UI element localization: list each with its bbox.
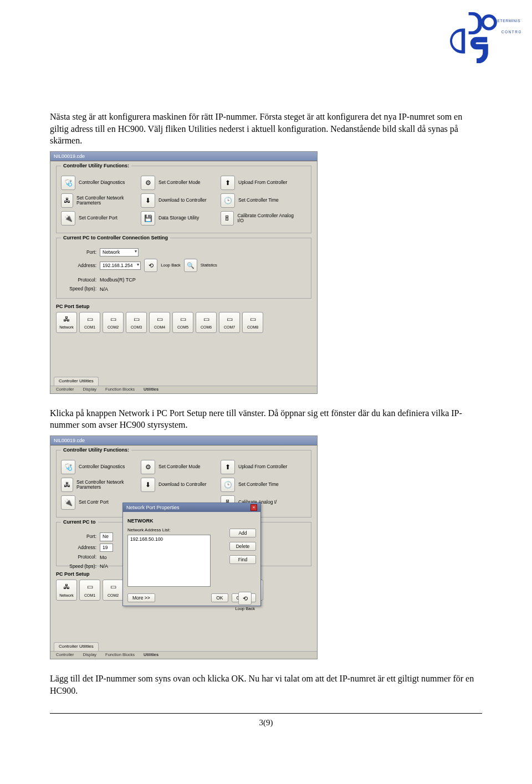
set-controller-port-icon-trunc[interactable]: 🔌 [61, 495, 75, 510]
group-legend: Current PC to [61, 519, 98, 525]
pc-port-setup-buttons: 🖧Network ▭COM1 ▭COM2 ▭COM3 ▭COM4 ▭COM5 ▭… [56, 312, 311, 333]
port-network-button[interactable]: 🖧Network [56, 580, 77, 601]
find-button[interactable]: Find [229, 555, 256, 564]
screenshot-network-dialog: NIL00019.cde Controller Utility Function… [50, 435, 318, 659]
set-controller-time-icon[interactable]: 🕒 [221, 193, 235, 208]
speed-value: N/A [100, 286, 108, 293]
port-com4-button[interactable]: ▭COM4 [149, 312, 170, 333]
bottom-tab-controller[interactable]: Controller [54, 387, 76, 392]
set-controller-mode-label: Set Controller Mode [158, 180, 201, 185]
protocol-label: Protocol: [61, 277, 96, 283]
network-port-properties-dialog: Network Port Properties × NETWORK Networ… [122, 503, 261, 606]
port-com8-button[interactable]: ▭COM8 [242, 312, 263, 333]
group-legend: Controller Utility Functions: [61, 447, 131, 453]
port-com1-button[interactable]: ▭COM1 [79, 312, 100, 333]
page-number: 3(9) [50, 717, 482, 728]
network-address-list[interactable]: 192.168.50.100 [127, 535, 211, 587]
bottom-tab-function-blocks[interactable]: Function Blocks [103, 652, 137, 658]
addr-trunc[interactable]: 19 [100, 544, 113, 552]
loopback-label: Loop Back [161, 263, 180, 268]
upload-from-controller-icon[interactable]: ⬆ [221, 460, 235, 474]
connection-setting-group: Current PC to Controller Connection Sett… [56, 238, 311, 299]
speed-label: Speed (bps): [61, 286, 96, 292]
data-storage-utility-label: Data Storage Utility [158, 216, 199, 221]
controller-diagnostics-icon[interactable]: 🩺 [61, 460, 75, 474]
dialog-network-label: NETWORK [127, 517, 256, 524]
address-label: Address: [61, 263, 96, 269]
group-legend: Controller Utility Functions: [61, 162, 131, 169]
port-com6-button[interactable]: ▭COM6 [196, 312, 217, 333]
port-network-button[interactable]: 🖧Network [56, 312, 77, 333]
set-controller-mode-icon[interactable]: ⚙ [141, 176, 155, 190]
footer-rule [50, 713, 482, 714]
set-controller-mode-icon[interactable]: ⚙ [141, 460, 155, 474]
screenshot-utilities: NIL00019.cde Controller Utility Function… [50, 151, 318, 394]
paragraph-3: Lägg till det IP-nummer som syns ovan oc… [50, 673, 482, 696]
port-com2-button[interactable]: ▭COM2 [103, 580, 124, 601]
protocol-value: Modbus(R) TCP [100, 276, 136, 283]
add-button[interactable]: Add [229, 529, 256, 537]
more-button[interactable]: More >> [127, 593, 155, 602]
port-com7-button[interactable]: ▭COM7 [219, 312, 240, 333]
download-to-controller-icon[interactable]: ⬇ [141, 478, 155, 492]
group-legend: Current PC to Controller Connection Sett… [61, 234, 170, 241]
loopback-icon[interactable]: ⟲ [144, 259, 157, 272]
calibrate-controller-label: Calibrate Controller Analog I/O [237, 213, 297, 224]
controller-diagnostics-icon[interactable]: 🩺 [61, 176, 75, 190]
dialog-loopback-label: Loop Back [236, 606, 255, 612]
paragraph-1: Nästa steg är att konfigurera maskinen f… [50, 111, 482, 147]
bottom-tab-display[interactable]: Display [81, 652, 99, 658]
window-title-2: NIL00019.cde [50, 436, 317, 445]
close-icon[interactable]: × [250, 504, 257, 511]
port-com2-button[interactable]: ▭COM2 [103, 312, 124, 333]
bottom-tab-utilities[interactable]: Utilities [141, 387, 161, 392]
ok-button[interactable]: OK [211, 593, 228, 602]
tab-controller-utilities[interactable]: Controller Utilities [54, 377, 99, 386]
utility-functions-group: Controller Utility Functions: 🩺Controlle… [56, 166, 311, 233]
paragraph-2: Klicka på knappen Network i PC Port Setu… [50, 407, 482, 431]
set-controller-time-label: Set Controller Time [238, 198, 279, 203]
delete-button[interactable]: Delete [229, 542, 256, 551]
port-label: Port: [61, 249, 96, 255]
download-to-controller-icon[interactable]: ⬇ [141, 193, 155, 208]
port-select[interactable]: Network [100, 248, 139, 257]
upload-from-controller-label: Upload From Controller [238, 180, 287, 185]
upload-from-controller-icon[interactable]: ⬆ [221, 176, 235, 190]
address-select[interactable]: 192.168.1.254 [100, 262, 141, 270]
port-trunc[interactable]: Ne [100, 532, 113, 541]
set-controller-time-icon[interactable]: 🕒 [221, 478, 235, 492]
dialog-title: Network Port Properties [126, 504, 180, 511]
dialog-loopback-icon[interactable]: ⟲ [238, 592, 252, 605]
data-storage-utility-icon[interactable]: 💾 [141, 211, 155, 226]
bottom-tab-function-blocks[interactable]: Function Blocks [103, 387, 137, 392]
brand-logo: DETERMINISTIC CONTROL [432, 10, 521, 66]
brand-tag2: CONTROL [502, 30, 521, 34]
bottom-tab-strip: Controller Display Function Blocks Utili… [50, 386, 317, 393]
port-com1-button[interactable]: ▭COM1 [79, 580, 100, 601]
list-item[interactable]: 192.168.50.100 [129, 536, 209, 542]
tab-controller-utilities[interactable]: Controller Utilities [54, 642, 99, 651]
bottom-tab-strip-2: Controller Display Function Blocks Utili… [50, 651, 317, 659]
pc-port-setup-title: PC Port Setup [56, 303, 317, 310]
statistics-label: Statistics [201, 263, 217, 268]
set-controller-port-label: Set Controller Port [79, 216, 117, 221]
download-to-controller-label: Download to Controller [158, 198, 206, 203]
set-controller-network-icon[interactable]: 🖧 [61, 478, 73, 492]
bottom-tab-utilities[interactable]: Utilities [141, 652, 161, 658]
controller-diagnostics-label: Controller Diagnostics [79, 180, 125, 185]
set-controller-network-icon[interactable]: 🖧 [61, 193, 73, 208]
set-controller-port-icon[interactable]: 🔌 [61, 211, 75, 226]
calibrate-controller-icon[interactable]: 🎚 [221, 211, 234, 226]
port-com3-button[interactable]: ▭COM3 [126, 312, 147, 333]
bottom-tab-display[interactable]: Display [81, 387, 99, 392]
port-com5-button[interactable]: ▭COM5 [172, 312, 193, 333]
statistics-icon[interactable]: 🔍 [184, 259, 197, 272]
window-title: NIL00019.cde [50, 152, 317, 161]
set-controller-network-label: Set Controller Network Parameters [76, 196, 137, 206]
brand-tag1: DETERMINISTIC [494, 19, 521, 23]
bottom-tab-controller[interactable]: Controller [54, 652, 76, 658]
worksheet-tabs-2: Controller Utilities [50, 642, 317, 651]
worksheet-tabs: Controller Utilities [50, 377, 317, 386]
